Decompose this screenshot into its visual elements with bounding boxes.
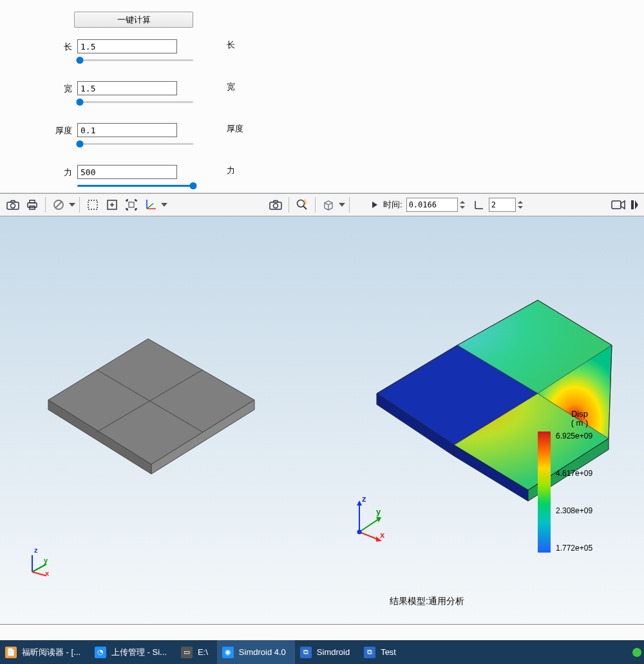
app-icon: ⧉	[300, 647, 312, 658]
svg-line-47	[32, 564, 46, 572]
taskbar-item[interactable]: ◉Simdroid 4.0	[217, 640, 295, 664]
parameter-panel: 一键计算 长 长 宽 宽 厚度 厚度 力	[0, 0, 644, 193]
legend-title: Disp( m )	[538, 410, 621, 428]
axis-gizmo-center: z y x	[348, 497, 386, 544]
taskbar-item[interactable]: ⧉Test	[359, 640, 405, 664]
status-dot-icon	[632, 648, 641, 657]
drive-icon: ▭	[181, 647, 193, 658]
taskbar-item[interactable]: 📄福昕阅读器 - [...	[0, 640, 90, 664]
legend-tick: 6.925e+09	[556, 432, 592, 441]
result-model-label: 结果模型:通用分析	[390, 596, 464, 607]
label-width-right: 宽	[227, 81, 235, 93]
axis-gizmo-corner: z y x	[24, 550, 53, 580]
svg-line-48	[32, 572, 46, 576]
input-length[interactable]	[77, 39, 177, 53]
input-thickness[interactable]	[77, 123, 177, 137]
label-force: 力	[0, 165, 77, 178]
taskbar-item[interactable]: ▭E:\	[176, 640, 217, 664]
color-legend: Disp( m ) 6.925e+09 4.617e+09 2.308e+09 …	[538, 410, 621, 553]
svg-marker-40	[357, 500, 362, 506]
label-force-right: 力	[227, 165, 235, 176]
input-force[interactable]	[77, 165, 177, 179]
svg-line-41	[359, 519, 379, 532]
app-icon: ◔	[95, 647, 106, 658]
legend-tick: 1.772e+05	[556, 544, 592, 553]
slider-width[interactable]	[77, 97, 193, 106]
slider-thickness[interactable]	[77, 139, 193, 148]
taskbar-item[interactable]: ⧉Simdroid	[295, 640, 359, 664]
app-icon: ◉	[222, 647, 234, 658]
input-width[interactable]	[77, 81, 177, 95]
slider-force[interactable]	[77, 181, 193, 190]
slider-length[interactable]	[77, 55, 193, 64]
label-thickness: 厚度	[0, 123, 77, 137]
label-thickness-right: 厚度	[227, 123, 243, 135]
calculate-button[interactable]: 一键计算	[74, 12, 193, 28]
legend-tick: 2.308e+09	[556, 506, 592, 515]
app-icon: ⧉	[364, 647, 375, 658]
taskbar-item[interactable]: ◔上传管理 - Si...	[90, 640, 176, 664]
taskbar: 📄福昕阅读器 - [... ◔上传管理 - Si... ▭E:\ ◉Simdro…	[0, 640, 644, 664]
app-icon: 📄	[5, 647, 17, 658]
input-plate	[32, 300, 264, 480]
legend-tick: 4.617e+09	[556, 469, 592, 478]
viewport-3d[interactable]: z y x z y x Disp( m ) 6.925e+09 4.617e+0…	[0, 216, 644, 625]
label-length-right: 长	[227, 39, 235, 51]
label-width: 宽	[0, 81, 77, 95]
svg-line-43	[359, 532, 379, 540]
svg-point-45	[357, 530, 362, 535]
label-length: 长	[0, 39, 77, 53]
legend-colorbar	[538, 432, 551, 553]
